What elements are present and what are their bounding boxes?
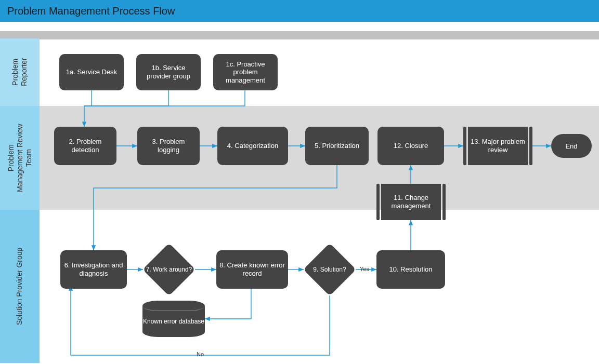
node-11-change-management: 11. Change management: [376, 184, 446, 220]
node-8-create-known-error-record: 8. Create known error record: [216, 250, 288, 289]
node-6-investigation-and-diagnosis: 6. Investigation and diagnosis: [60, 250, 127, 289]
lane-label-provider-group-text: Solution Provider Group: [16, 248, 24, 325]
lane-label-review-team: ProblemManagement ReviewTeam: [0, 106, 40, 210]
node-3-problem-logging: 3. Problem logging: [137, 127, 200, 165]
edge-label-no: No: [196, 351, 205, 357]
node-5-prioritization: 5. Prioritization: [305, 127, 369, 165]
node-4-categorization: 4. Categorization: [217, 127, 288, 165]
node-7-work-around-decision: 7. Work around?: [143, 244, 195, 295]
node-1c-proactive-problem-management: 1c. Proactive problem management: [213, 54, 278, 90]
page-title-text: Problem Management Process Flow: [7, 5, 175, 17]
edge-label-yes: Yes: [359, 266, 370, 272]
node-end: End: [551, 134, 592, 158]
lane-label-provider-group: Solution Provider Group: [0, 210, 40, 363]
node-known-error-database: Known error database: [142, 301, 205, 337]
node-10-resolution: 10. Resolution: [376, 250, 445, 289]
swimlane-labels: ProblemReporter ProblemManagement Review…: [0, 38, 40, 364]
node-1a-service-desk: 1a. Service Desk: [59, 54, 124, 90]
node-9-solution-decision: 9. Solution?: [304, 244, 356, 295]
page-title: Problem Management Process Flow: [0, 0, 599, 22]
connectors: [40, 38, 599, 364]
diagram-canvas: 1a. Service Desk 1b. Service provider gr…: [40, 38, 599, 364]
lane-label-reporter-text: ProblemReporter: [11, 58, 29, 86]
node-2-problem-detection: 2. Problem detection: [54, 127, 116, 165]
node-1b-service-provider-group: 1b. Service provider group: [136, 54, 201, 90]
lane-label-reporter: ProblemReporter: [0, 38, 40, 106]
lane-label-review-team-text: ProblemManagement ReviewTeam: [7, 124, 33, 192]
node-12-closure: 12. Closure: [377, 127, 444, 165]
node-13-major-problem-review: 13. Major problem review: [463, 127, 532, 165]
